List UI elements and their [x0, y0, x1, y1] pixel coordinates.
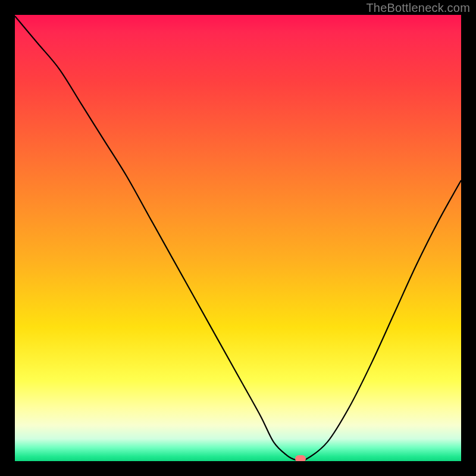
bottleneck-curve [15, 15, 461, 461]
plot-area [15, 15, 461, 461]
optimal-marker-icon [295, 455, 306, 461]
curve-line [15, 16, 461, 461]
watermark-text: TheBottleneck.com [366, 1, 470, 15]
chart-frame: TheBottleneck.com [0, 0, 476, 476]
